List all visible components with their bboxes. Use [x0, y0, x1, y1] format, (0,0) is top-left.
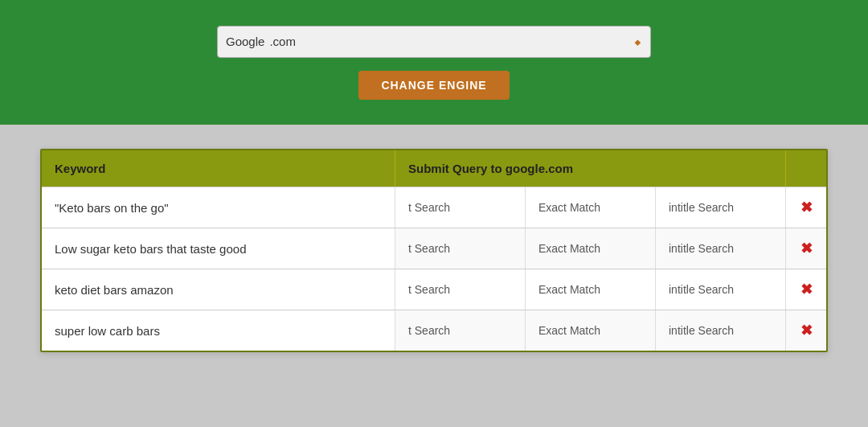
delete-icon-0[interactable]: ✖: [800, 199, 813, 216]
exact-match-cell-0[interactable]: Exact Match: [526, 187, 656, 228]
intitle-cell-1[interactable]: intitle Search: [656, 228, 786, 269]
col-header-actions: [786, 150, 826, 187]
keyword-cell: super low carb bars: [42, 310, 395, 351]
top-bar: Google .com ⬥ CHANGE ENGINE: [0, 0, 868, 125]
exact-match-cell-2[interactable]: Exact Match: [526, 269, 656, 310]
intitle-cell-2[interactable]: intitle Search: [656, 269, 786, 310]
table-row: "Keto bars on the go" t Search Exact Mat…: [42, 187, 826, 228]
delete-cell-2[interactable]: ✖: [786, 269, 826, 310]
delete-cell-3[interactable]: ✖: [786, 310, 826, 351]
delete-cell-0[interactable]: ✖: [786, 187, 826, 228]
search-cell-0[interactable]: t Search: [395, 187, 526, 228]
table-row: keto diet bars amazon t Search Exact Mat…: [42, 269, 826, 310]
keyword-cell: keto diet bars amazon: [42, 269, 395, 310]
search-cell-3[interactable]: t Search: [395, 310, 526, 351]
dropdown-arrow-icon[interactable]: ⬥: [633, 33, 642, 50]
engine-value: .com: [269, 35, 633, 48]
keyword-text: keto diet bars amazon: [55, 283, 174, 297]
search-cell-1[interactable]: t Search: [395, 228, 526, 269]
exact-match-cell-1[interactable]: Exact Match: [526, 228, 656, 269]
delete-icon-2[interactable]: ✖: [800, 281, 813, 298]
keyword-cell: Low sugar keto bars that taste good: [42, 228, 395, 269]
table-row: Low sugar keto bars that taste good t Se…: [42, 228, 826, 269]
delete-cell-1[interactable]: ✖: [786, 228, 826, 269]
col-header-keyword: Keyword: [42, 150, 395, 187]
engine-select[interactable]: Google .com ⬥: [217, 26, 651, 58]
intitle-cell-3[interactable]: intitle Search: [656, 310, 786, 351]
keyword-table: Keyword Submit Query to google.com "Keto…: [40, 149, 828, 352]
intitle-cell-0[interactable]: intitle Search: [656, 187, 786, 228]
search-cell-2[interactable]: t Search: [395, 269, 526, 310]
col-header-submit-query: Submit Query to google.com: [395, 150, 786, 187]
exact-match-cell-3[interactable]: Exact Match: [526, 310, 656, 351]
main-content: Keyword Submit Query to google.com "Keto…: [0, 125, 868, 376]
keyword-text: super low carb bars: [55, 324, 160, 338]
engine-label: Google: [226, 35, 264, 48]
keyword-text: "Keto bars on the go": [55, 201, 169, 215]
delete-icon-1[interactable]: ✖: [800, 240, 813, 257]
delete-icon-3[interactable]: ✖: [800, 322, 813, 339]
table-header: Keyword Submit Query to google.com: [42, 150, 826, 187]
keyword-cell: "Keto bars on the go": [42, 187, 395, 228]
table-row: super low carb bars t Search Exact Match…: [42, 310, 826, 351]
keyword-text: Low sugar keto bars that taste good: [55, 242, 246, 256]
change-engine-button[interactable]: CHANGE ENGINE: [358, 71, 509, 100]
